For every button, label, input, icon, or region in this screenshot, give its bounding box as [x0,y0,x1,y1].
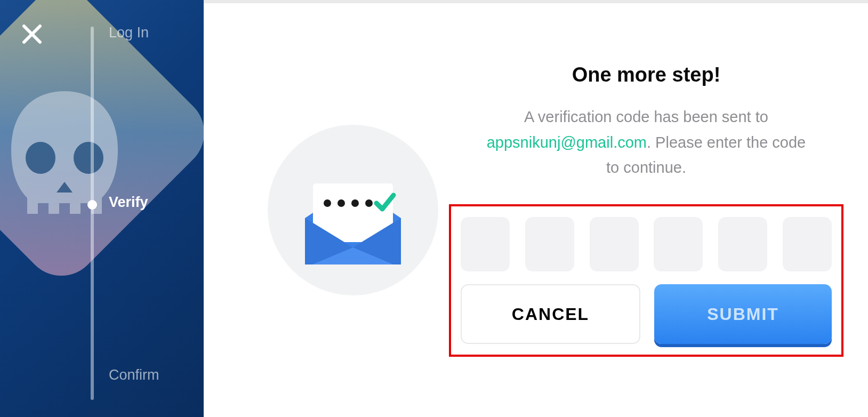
code-digit-2[interactable] [525,217,574,271]
step-verify-indicator [87,200,97,210]
svg-point-8 [351,199,359,207]
main-content: One more step! A verification code has b… [204,0,868,417]
close-button[interactable] [21,23,43,45]
svg-point-1 [74,142,103,174]
verification-panel: One more step! A verification code has b… [449,63,843,357]
svg-point-9 [365,199,373,207]
progress-line [91,27,94,400]
code-digit-6[interactable] [783,217,832,271]
verification-email: appsnikunj@gmail.com [487,134,647,151]
code-input-group [461,217,832,271]
highlighted-input-section: CANCEL SUBMIT [449,204,843,357]
verification-description: A verification code has been sent to app… [481,105,811,181]
mail-envelope-icon [284,141,422,279]
step-login[interactable]: Log In [109,25,149,41]
action-buttons: CANCEL SUBMIT [461,284,832,344]
verification-illustration [268,125,438,295]
code-digit-3[interactable] [590,217,639,271]
close-icon [21,23,43,45]
submit-button[interactable]: SUBMIT [654,284,832,344]
sidebar: Log In Verify Confirm [0,0,204,417]
code-digit-5[interactable] [718,217,767,271]
code-digit-4[interactable] [654,217,703,271]
svg-point-7 [337,199,345,207]
desc-prefix: A verification code has been sent to [524,108,768,125]
code-digit-1[interactable] [461,217,510,271]
cancel-button[interactable]: CANCEL [461,284,640,344]
step-verify[interactable]: Verify [109,194,148,211]
svg-point-6 [324,199,331,207]
page-title: One more step! [572,63,721,86]
svg-point-0 [26,142,55,174]
step-confirm[interactable]: Confirm [109,367,159,383]
